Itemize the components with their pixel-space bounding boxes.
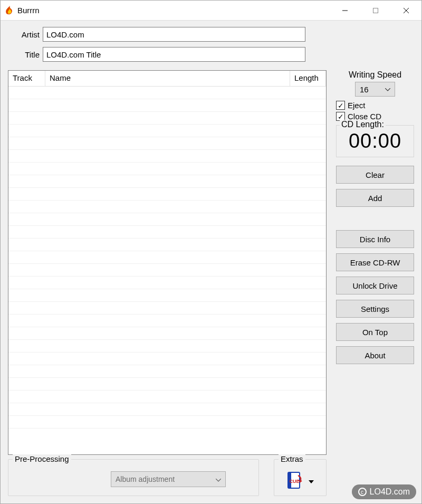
table-row [8, 163, 326, 175]
chevron-down-icon [385, 86, 390, 92]
eject-checkbox[interactable]: ✓ [336, 101, 345, 110]
copyright-icon: c [358, 488, 367, 496]
title-row: Title [8, 47, 414, 62]
settings-button[interactable]: Settings [336, 300, 414, 318]
main-row: Track Name Length [8, 70, 414, 496]
right-column: Writing Speed 16 ✓ Eject ✓ Close CD CD L [336, 70, 414, 496]
extras-label: Extras [279, 454, 305, 463]
table-row [8, 239, 326, 251]
client-area: Artist Title Track Name Length [1, 21, 421, 503]
writing-speed-select[interactable]: 16 [355, 82, 395, 97]
watermark-text: LO4D.com [370, 487, 410, 497]
burrrn-window: Burrrn Artist Title T [0, 0, 422, 504]
track-header: Track Name Length [8, 71, 326, 87]
col-length[interactable]: Length [290, 71, 326, 86]
track-list[interactable]: Track Name Length [8, 70, 327, 455]
watermark: c LO4D.com [352, 484, 416, 499]
table-row [8, 340, 326, 353]
table-row [8, 391, 326, 403]
chevron-down-icon [216, 475, 221, 483]
table-row [8, 315, 326, 327]
title-input[interactable] [43, 47, 305, 62]
table-row [8, 264, 326, 277]
minimize-button[interactable] [330, 1, 360, 20]
table-row [8, 289, 326, 302]
writing-speed-value: 16 [360, 85, 369, 94]
unlock-drive-button[interactable]: Unlock Drive [336, 277, 414, 294]
extras-group: Extras CUE [274, 459, 327, 496]
table-row [8, 137, 326, 150]
table-row [8, 327, 326, 340]
bottom-row: Pre-Processing Album adjustment Extras [8, 459, 327, 496]
close-button[interactable] [391, 1, 421, 20]
table-row [8, 251, 326, 264]
artist-input[interactable] [43, 27, 305, 42]
cd-length-value: 00:00 [340, 130, 410, 153]
add-button[interactable]: Add [336, 189, 414, 207]
dropdown-value: Album adjustment [116, 475, 175, 483]
left-column: Track Name Length [8, 70, 327, 496]
extras-dropdown-arrow[interactable] [309, 477, 314, 485]
album-adjustment-dropdown[interactable]: Album adjustment [111, 471, 226, 487]
artist-label: Artist [8, 30, 40, 39]
svg-text:CUE: CUE [289, 479, 299, 484]
window-title: Burrrn [17, 6, 40, 15]
titlebar: Burrrn [1, 1, 421, 21]
col-name[interactable]: Name [45, 71, 290, 86]
table-row [8, 378, 326, 391]
table-row [8, 87, 326, 99]
table-row [8, 125, 326, 137]
table-row [8, 365, 326, 378]
eject-checkbox-row[interactable]: ✓ Eject [336, 101, 414, 110]
table-row [8, 175, 326, 188]
table-row [8, 302, 326, 315]
table-row [8, 213, 326, 226]
table-row [8, 188, 326, 201]
maximize-button[interactable] [360, 1, 391, 20]
writing-speed-label: Writing Speed [336, 70, 414, 80]
about-button[interactable]: About [336, 346, 414, 364]
table-row [8, 403, 326, 416]
table-row [8, 112, 326, 125]
ontop-button[interactable]: On Top [336, 323, 414, 341]
title-label: Title [8, 50, 40, 59]
svg-rect-1 [373, 8, 378, 13]
table-row [8, 150, 326, 163]
cd-length-group: CD Length: 00:00 [336, 125, 414, 157]
col-track[interactable]: Track [8, 71, 45, 86]
preprocessing-label: Pre-Processing [13, 454, 71, 463]
table-row [8, 416, 326, 429]
table-row [8, 277, 326, 289]
artist-row: Artist [8, 27, 414, 42]
window-controls [330, 1, 421, 20]
clear-button[interactable]: Clear [336, 166, 414, 184]
table-row [8, 99, 326, 112]
eject-label: Eject [348, 101, 365, 110]
disc-info-button[interactable]: Disc Info [336, 230, 414, 248]
table-row [8, 226, 326, 239]
cue-icon[interactable]: CUE [286, 471, 303, 490]
table-row [8, 201, 326, 213]
table-row [8, 353, 326, 365]
erase-cdrw-button[interactable]: Erase CD-RW [336, 253, 414, 271]
app-icon [4, 5, 14, 16]
track-body[interactable] [8, 87, 326, 454]
cd-length-label: CD Length: [340, 120, 386, 129]
preprocessing-group: Pre-Processing Album adjustment [8, 459, 259, 496]
